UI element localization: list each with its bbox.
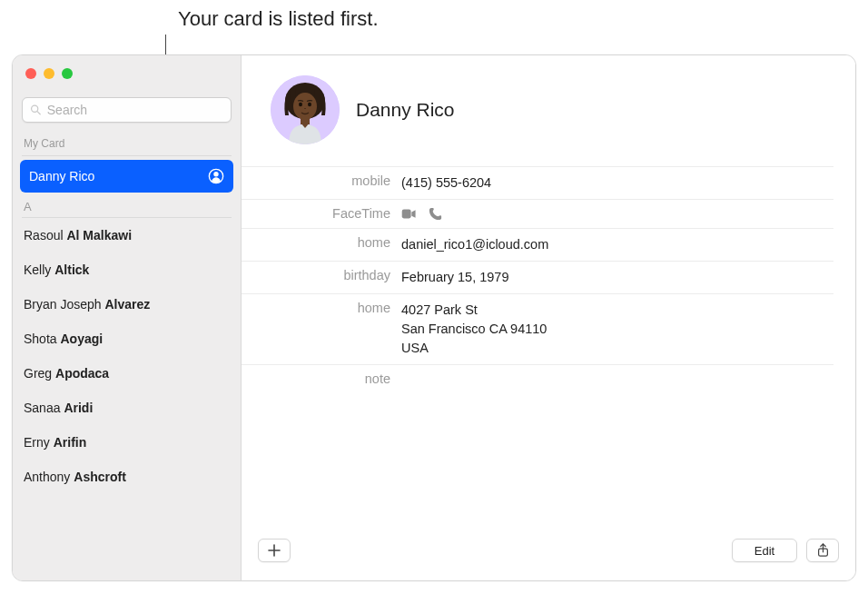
- sidebar-item-contact[interactable]: Greg Apodaca: [13, 356, 241, 391]
- contact-detail-pane: Danny Rico mobile (415) 555-6204 FaceTim…: [242, 55, 855, 580]
- contact-list: Rasoul Al MalkawiKelly AltickBryan Josep…: [13, 218, 241, 494]
- contact-last-name: Aoyagi: [60, 332, 103, 346]
- avatar[interactable]: [271, 75, 340, 144]
- field-home-address: home 4027 Park St San Francisco CA 94110…: [242, 293, 833, 364]
- contact-last-name: Aridi: [64, 401, 93, 415]
- card-header: Danny Rico: [242, 55, 855, 166]
- field-label: note: [242, 371, 401, 386]
- field-value[interactable]: (415) 555-6204: [401, 173, 491, 193]
- my-card-section-header: My Card: [13, 130, 241, 153]
- sidebar-item-label: Danny Rico: [29, 169, 94, 183]
- card-details: mobile (415) 555-6204 FaceTime home d: [242, 166, 855, 392]
- field-facetime: FaceTime: [242, 199, 833, 228]
- field-home-email: home daniel_rico1@icloud.com: [242, 228, 833, 261]
- facetime-video-icon[interactable]: [401, 206, 417, 222]
- section-letter-a: A: [13, 194, 241, 215]
- svg-point-8: [308, 103, 311, 107]
- close-window-button[interactable]: [25, 68, 36, 79]
- svg-rect-10: [402, 210, 411, 219]
- sidebar-item-contact[interactable]: Erny Arifin: [13, 425, 241, 460]
- field-label: birthday: [242, 268, 401, 282]
- contact-first-name: Shota: [24, 332, 60, 346]
- search-icon: [30, 104, 42, 116]
- field-birthday: birthday February 15, 1979: [242, 261, 833, 293]
- share-button[interactable]: [806, 539, 839, 562]
- sidebar-item-my-card[interactable]: Danny Rico: [20, 160, 233, 193]
- field-value[interactable]: 4027 Park St San Francisco CA 94110 USA: [401, 301, 547, 358]
- contact-last-name: Ashcroft: [74, 470, 126, 484]
- sidebar-item-contact[interactable]: Anthony Ashcroft: [13, 460, 241, 494]
- contact-first-name: Greg: [24, 366, 55, 381]
- field-mobile: mobile (415) 555-6204: [242, 166, 833, 199]
- add-contact-button[interactable]: [258, 539, 291, 562]
- search-input[interactable]: [47, 103, 223, 117]
- sidebar-item-contact[interactable]: Sanaa Aridi: [13, 391, 241, 425]
- field-label: FaceTime: [242, 206, 401, 221]
- field-note: note: [242, 364, 833, 392]
- sidebar-item-contact[interactable]: Rasoul Al Malkawi: [13, 218, 241, 252]
- address-line: 4027 Park St: [401, 301, 547, 320]
- contacts-window: My Card Danny Rico A Rasoul Al MalkawiKe…: [12, 54, 856, 581]
- address-line: USA: [401, 339, 547, 358]
- plus-icon: [268, 544, 281, 557]
- contact-first-name: Sanaa: [24, 401, 64, 415]
- field-label: home: [242, 235, 401, 250]
- contact-last-name: Alvarez: [105, 297, 151, 312]
- callout-caption: Your card is listed first.: [178, 7, 379, 31]
- me-card-icon: [208, 168, 224, 184]
- sidebar-item-contact[interactable]: Bryan Joseph Alvarez: [13, 287, 241, 322]
- svg-point-7: [299, 103, 302, 107]
- field-label: mobile: [242, 173, 401, 188]
- search-container: [13, 92, 241, 130]
- card-name: Danny Rico: [356, 99, 455, 121]
- sidebar: My Card Danny Rico A Rasoul Al MalkawiKe…: [13, 55, 242, 580]
- sidebar-item-contact[interactable]: Shota Aoyagi: [13, 322, 241, 356]
- edit-button[interactable]: Edit: [732, 539, 797, 562]
- contact-last-name: Altick: [54, 262, 89, 277]
- facetime-audio-icon[interactable]: [428, 206, 443, 222]
- svg-point-3: [213, 172, 218, 176]
- field-value: February 15, 1979: [401, 268, 509, 287]
- field-value[interactable]: daniel_rico1@icloud.com: [401, 235, 548, 254]
- contact-first-name: Rasoul: [24, 228, 66, 243]
- edit-button-label: Edit: [755, 544, 774, 558]
- contact-last-name: Arifin: [54, 435, 87, 450]
- contact-first-name: Erny: [24, 435, 54, 450]
- contact-last-name: Apodaca: [55, 366, 109, 381]
- maximize-window-button[interactable]: [62, 68, 73, 79]
- field-label: home: [242, 301, 401, 315]
- window-controls: [13, 55, 241, 92]
- divider: [22, 155, 232, 156]
- svg-line-1: [37, 112, 40, 114]
- contact-first-name: Anthony: [24, 470, 74, 484]
- contact-first-name: Kelly: [24, 262, 54, 277]
- facetime-actions: [401, 206, 443, 222]
- contact-first-name: Bryan Joseph: [24, 297, 105, 312]
- minimize-window-button[interactable]: [44, 68, 54, 79]
- contact-last-name: Al Malkawi: [66, 228, 132, 243]
- bottom-toolbar: Edit: [242, 533, 855, 580]
- svg-point-6: [293, 93, 317, 120]
- search-field[interactable]: [22, 97, 232, 123]
- sidebar-item-contact[interactable]: Kelly Altick: [13, 252, 241, 287]
- share-icon: [816, 543, 830, 558]
- address-line: San Francisco CA 94110: [401, 320, 547, 339]
